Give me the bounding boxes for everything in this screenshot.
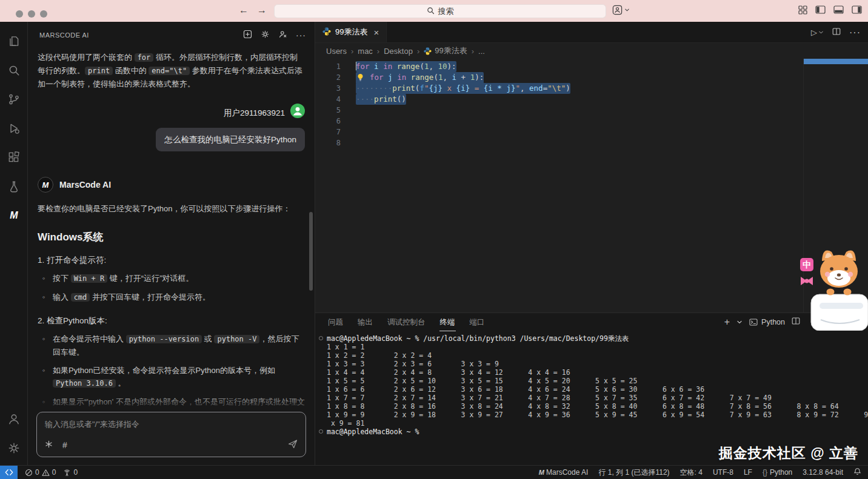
tab-close-icon[interactable]: × xyxy=(373,27,379,38)
user-name: 用户2911963921 xyxy=(224,107,285,119)
error-count: 0 xyxy=(35,468,39,477)
account-icon[interactable] xyxy=(0,405,27,434)
toggle-sidebar-icon[interactable] xyxy=(815,5,826,16)
extensions-icon[interactable] xyxy=(0,143,27,172)
toggle-panel-icon[interactable] xyxy=(833,5,844,16)
breadcrumb-separator: › xyxy=(472,47,474,56)
more-actions-icon[interactable]: ··· xyxy=(296,32,306,38)
settings-gear-icon[interactable] xyxy=(0,434,27,463)
run-chevron-icon xyxy=(818,30,824,35)
code-line[interactable]: ········print(f"{j} x {i} = {i * j}", en… xyxy=(356,83,803,94)
indentation-status[interactable]: 空格: 4 xyxy=(680,467,703,478)
step-title: 2. 检查Python版本: xyxy=(38,314,305,327)
panel-tab[interactable]: 调试控制台 xyxy=(387,314,426,331)
cursor-position[interactable]: 行 1, 列 1 (已选择112) xyxy=(598,467,669,478)
breadcrumb-item[interactable]: Desktop xyxy=(384,47,413,56)
new-chat-icon[interactable] xyxy=(243,30,252,41)
profile-menu-button[interactable] xyxy=(612,5,630,15)
eol-status[interactable]: LF xyxy=(744,468,752,477)
toggle-secondary-sidebar-icon[interactable] xyxy=(852,5,862,16)
remote-indicator[interactable] xyxy=(0,466,18,479)
run-icon: ▷ xyxy=(811,28,817,37)
nav-forward-button[interactable]: → xyxy=(255,5,269,16)
problems-status[interactable]: 0 0 xyxy=(25,468,56,477)
breadcrumb-item[interactable]: ... xyxy=(478,47,485,56)
panel-tab[interactable]: 输出 xyxy=(357,314,373,331)
terminal-output-line: x 9 = 81 xyxy=(315,419,868,428)
chat-input-box[interactable]: 输入消息或者"/"来选择指令 # xyxy=(36,412,306,457)
send-icon[interactable] xyxy=(288,439,298,451)
chat-scrollbar[interactable] xyxy=(309,212,313,291)
tab-99-multiplication[interactable]: 99乘法表 × xyxy=(315,22,387,42)
profile-icon xyxy=(612,5,623,15)
command-center-search[interactable]: 搜索 xyxy=(274,4,606,18)
text-segment: 如果显示“'python' 不是内部或外部命令，也不是可运行的程序或批处理文件。… xyxy=(53,397,305,411)
code-content: for i in range(1, 10):for j in range(1, … xyxy=(356,59,803,312)
breadcrumb: Users›mac›Desktop›99乘法表›... xyxy=(315,43,868,59)
breadcrumb-separator: › xyxy=(417,47,419,56)
marscode-ai-panel: MARSCODE AI ··· 这段代码使用了两个嵌套的 for 循环。外层循环… xyxy=(28,22,315,465)
panel-tab[interactable]: 终端 xyxy=(439,314,456,331)
search-sidebar-icon[interactable] xyxy=(0,56,27,85)
minimap-selection xyxy=(804,59,868,64)
split-editor-icon[interactable] xyxy=(832,27,841,38)
new-terminal-icon[interactable]: + xyxy=(724,317,730,328)
marscode-status[interactable]: MMarsCode AI xyxy=(539,468,589,477)
code-line[interactable]: for i in range(1, 10): xyxy=(356,61,803,72)
code-line[interactable]: for j in range(1, i + 1): xyxy=(356,72,803,83)
breadcrumb-item[interactable]: 99乘法表 xyxy=(424,45,467,56)
radio-tower-icon xyxy=(63,469,71,477)
language-status[interactable]: {}Python xyxy=(763,468,792,477)
code-line[interactable] xyxy=(356,116,803,127)
nav-back-button[interactable]: ← xyxy=(236,5,251,16)
text-segment: 键，打开“运行”对话框。 xyxy=(107,274,193,283)
window-maximize-button[interactable] xyxy=(40,10,47,18)
text-segment: 。 xyxy=(116,378,126,388)
customize-layout-icon[interactable] xyxy=(798,5,807,17)
chevron-down-icon xyxy=(624,7,630,13)
breadcrumb-item[interactable]: mac xyxy=(358,47,373,56)
terminal-profile-label: Python xyxy=(761,318,785,326)
user-avatar xyxy=(290,104,305,122)
run-python-button[interactable]: ▷ xyxy=(811,28,824,37)
editor-more-actions-icon[interactable]: ··· xyxy=(849,27,861,38)
breadcrumb-item[interactable]: Users xyxy=(326,47,347,56)
code-line[interactable] xyxy=(356,127,803,137)
python-interpreter-status[interactable]: 3.12.8 64-bit xyxy=(803,468,843,477)
tab-bar: 99乘法表 × ▷ ··· xyxy=(315,22,868,43)
text-segment: 输入 xyxy=(53,292,71,302)
code-editor[interactable]: 12345678 for i in range(1, 10):for j in … xyxy=(315,59,868,312)
notifications-bell-icon[interactable] xyxy=(853,467,861,477)
terminal-profile-chevron-icon[interactable] xyxy=(736,317,743,328)
explorer-icon[interactable] xyxy=(0,27,27,56)
split-terminal-icon[interactable] xyxy=(792,317,800,328)
line-numbers: 12345678 xyxy=(315,59,341,312)
text-segment: 在命令提示符中输入 xyxy=(53,334,126,343)
panel-tab[interactable]: 端口 xyxy=(469,314,486,331)
code-line[interactable]: ····print() xyxy=(356,94,803,105)
window-minimize-button[interactable] xyxy=(28,10,35,18)
terminal-session-python[interactable]: Python xyxy=(749,318,785,326)
panel-settings-gear-icon[interactable] xyxy=(261,30,270,41)
title-bar: ← → 搜索 xyxy=(0,0,868,22)
marscode-ai-icon[interactable]: M xyxy=(0,201,27,230)
share-profile-icon[interactable] xyxy=(278,30,287,41)
run-debug-icon[interactable] xyxy=(0,114,27,143)
window-close-button[interactable] xyxy=(16,10,23,18)
terminal-output-line: 1 x 8 = 8 2 x 8 = 16 3 x 8 = 24 4 x 8 = … xyxy=(315,402,868,411)
skill-asterisk-icon[interactable] xyxy=(45,440,53,451)
inline-code: Python 3.10.6 xyxy=(53,379,116,388)
encoding-status[interactable]: UTF-8 xyxy=(713,468,733,477)
code-line[interactable] xyxy=(356,137,803,148)
inline-code: python -V xyxy=(214,335,259,343)
source-control-icon[interactable] xyxy=(0,85,27,114)
testing-icon[interactable] xyxy=(0,172,27,201)
code-line[interactable] xyxy=(356,105,803,116)
ports-status[interactable]: 0 xyxy=(63,468,78,477)
panel-tab[interactable]: 问题 xyxy=(327,314,344,331)
command-decoration xyxy=(319,336,323,340)
terminal-output-line: 1 x 4 = 4 2 x 4 = 8 3 x 4 = 12 4 x 4 = 1… xyxy=(315,368,868,377)
chat-input-placeholder: 输入消息或者"/"来选择指令 xyxy=(45,419,298,430)
text-segment: 按下 xyxy=(53,274,71,283)
hash-icon[interactable]: # xyxy=(62,440,67,450)
